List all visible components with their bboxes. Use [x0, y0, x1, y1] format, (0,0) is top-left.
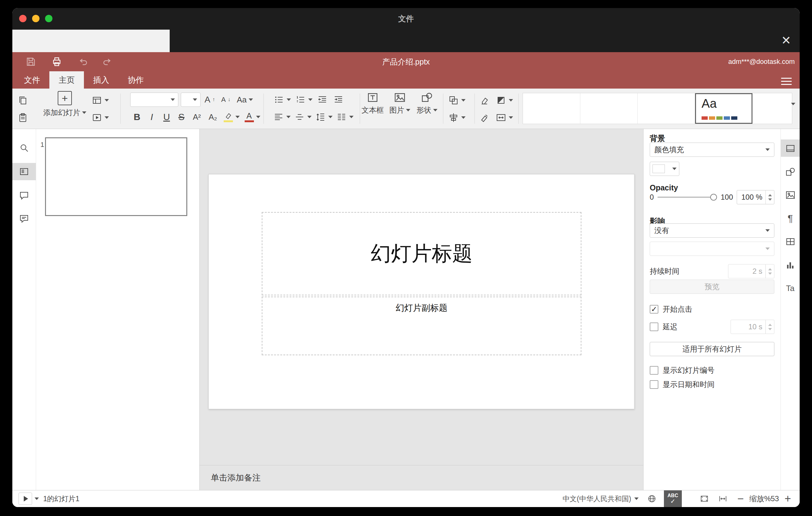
comments-panel-button[interactable]: [19, 190, 30, 201]
insert-image-button[interactable]: 图片: [385, 91, 415, 115]
chevron-down-icon: [328, 116, 332, 118]
zoom-out-button[interactable]: −: [737, 493, 744, 504]
background-fill-select[interactable]: 颜色填充: [650, 143, 774, 157]
font-size-select[interactable]: [181, 93, 201, 107]
tab-file[interactable]: 文件: [15, 71, 49, 89]
superscript-button[interactable]: A²: [190, 110, 204, 124]
fit-to-slide-button[interactable]: [699, 493, 709, 504]
show-date-time-row: 显示日期和时间: [650, 380, 774, 390]
theme-option-2[interactable]: [580, 93, 638, 124]
fill-color-picker[interactable]: [650, 162, 679, 176]
title-placeholder[interactable]: 幻灯片标题: [262, 212, 582, 295]
opacity-slider-knob[interactable]: [710, 194, 717, 201]
italic-button[interactable]: I: [145, 110, 158, 124]
font-color-button[interactable]: A: [242, 110, 262, 124]
close-icon[interactable]: ✕: [781, 34, 791, 46]
insert-shape-button[interactable]: 形状: [412, 91, 442, 115]
columns-button[interactable]: [335, 110, 354, 124]
delay-spinner[interactable]: 10 s: [730, 320, 774, 334]
show-slide-number-checkbox[interactable]: [650, 366, 658, 375]
duration-spinner[interactable]: 2 s: [728, 264, 774, 278]
start-slideshow-button[interactable]: [91, 110, 109, 125]
chevron-down-icon[interactable]: [34, 497, 39, 500]
apply-to-all-slides-button[interactable]: 适用于所有幻灯片: [650, 342, 774, 356]
delay-row: 延迟 10 s: [650, 320, 774, 334]
slide-1[interactable]: 幻灯片标题 幻灯片副标题: [208, 174, 635, 409]
spellcheck-toggle[interactable]: ABC ✓: [664, 490, 682, 507]
effect-select[interactable]: 没有: [650, 224, 774, 238]
opacity-spinner[interactable]: 100 %: [737, 190, 774, 204]
bold-button[interactable]: B: [130, 110, 144, 124]
menu-icon[interactable]: [781, 76, 792, 87]
slide-settings-button[interactable]: [785, 143, 796, 154]
vertical-align-button[interactable]: [293, 110, 312, 124]
start-on-click-checkbox[interactable]: ✓: [650, 305, 658, 314]
slide-size-button[interactable]: [495, 110, 513, 125]
language-select[interactable]: 中文(中华人民共和国): [563, 494, 631, 504]
theme-option-selected[interactable]: Aa: [695, 93, 752, 124]
change-color-scheme-button[interactable]: [495, 93, 513, 108]
theme-gallery-expand-button[interactable]: [791, 105, 795, 111]
show-date-time-checkbox[interactable]: [650, 380, 658, 389]
fit-to-width-button[interactable]: [718, 493, 728, 504]
horizontal-align-button[interactable]: [272, 110, 291, 124]
change-case-button[interactable]: Aa: [235, 92, 255, 107]
slides-panel-button[interactable]: [19, 166, 30, 177]
account-email: adm***@dootask.com: [728, 58, 795, 66]
zoom-in-button[interactable]: +: [785, 493, 791, 504]
decrease-indent-button[interactable]: [315, 92, 329, 107]
theme-option-1[interactable]: [523, 93, 580, 124]
line-spacing-icon: [315, 111, 326, 122]
document-language-button[interactable]: [647, 493, 657, 504]
arrange-shape-button[interactable]: [448, 93, 466, 108]
background-fill-value: 颜色填充: [654, 145, 684, 154]
table-icon: [785, 236, 796, 247]
chat-panel-button[interactable]: [19, 213, 30, 224]
table-settings-button[interactable]: [785, 236, 796, 247]
opacity-slider[interactable]: [658, 190, 717, 204]
image-settings-button[interactable]: [785, 190, 796, 201]
insert-textbox-button[interactable]: 文本框: [358, 91, 387, 115]
shape-icon: [420, 91, 433, 104]
clear-style-button[interactable]: [479, 93, 490, 108]
bullet-list-button[interactable]: [272, 92, 292, 107]
preview-button-label: 预览: [705, 282, 720, 292]
shape-settings-button[interactable]: [785, 166, 796, 177]
increase-indent-button[interactable]: [331, 92, 346, 107]
subtitle-placeholder[interactable]: 幻灯片副标题: [262, 296, 582, 355]
tab-home[interactable]: 主页: [49, 71, 84, 89]
slide-thumbnail-1[interactable]: [45, 137, 187, 216]
tab-collaboration[interactable]: 协作: [118, 71, 153, 89]
numbered-list-button[interactable]: [294, 92, 314, 107]
strikeout-button[interactable]: S: [175, 110, 188, 124]
underline-button[interactable]: U: [160, 110, 173, 124]
effect-type-select[interactable]: [650, 242, 774, 256]
font-name-select[interactable]: [130, 93, 178, 107]
slide-layout-button[interactable]: [91, 93, 109, 108]
tab-insert[interactable]: 插入: [84, 71, 118, 89]
preview-button[interactable]: 预览: [650, 280, 774, 294]
delay-checkbox[interactable]: [650, 322, 658, 331]
textart-icon: Ta: [786, 284, 794, 293]
highlighter-icon: [223, 112, 233, 122]
chart-settings-button[interactable]: [785, 260, 796, 271]
highlight-color-button[interactable]: [222, 110, 241, 124]
line-spacing-button[interactable]: [314, 110, 333, 124]
decrease-font-button[interactable]: A ↓: [219, 92, 233, 107]
add-slide-button[interactable]: + 添加幻灯片: [42, 91, 88, 118]
show-slide-number-row: 显示幻灯片编号: [650, 365, 774, 375]
copy-style-button[interactable]: [479, 110, 490, 125]
start-slideshow-status-button[interactable]: [19, 492, 32, 505]
copy-button[interactable]: [17, 93, 28, 108]
paste-button[interactable]: [17, 110, 28, 125]
subscript-button[interactable]: A₂: [205, 110, 220, 124]
slide-subtitle-text: 幻灯片副标题: [396, 302, 448, 314]
paragraph-settings-button[interactable]: ¶: [785, 213, 796, 224]
search-button[interactable]: [19, 143, 30, 154]
notes-area[interactable]: 单击添加备注: [200, 465, 643, 490]
align-shape-button[interactable]: [448, 110, 466, 125]
textart-settings-button[interactable]: Ta: [785, 283, 796, 294]
increase-font-button[interactable]: A ↑: [203, 92, 216, 107]
search-icon: [19, 143, 30, 154]
theme-option-3[interactable]: [638, 93, 695, 124]
